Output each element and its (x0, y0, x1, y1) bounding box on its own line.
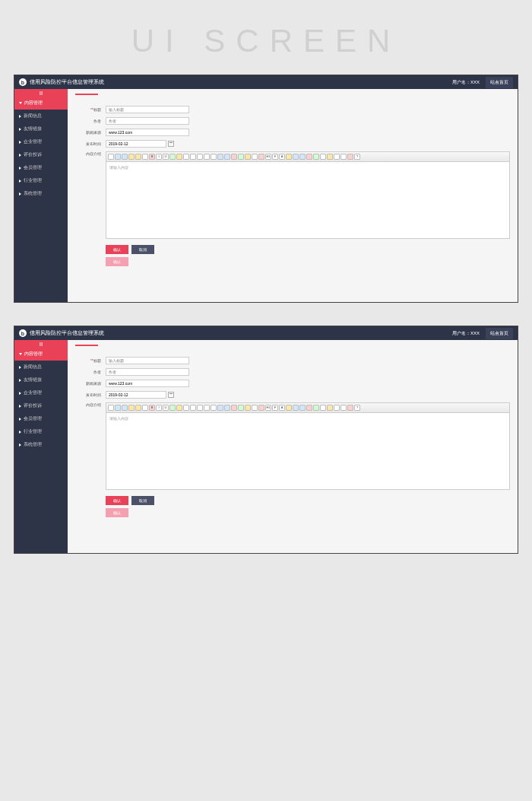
video-icon[interactable] (320, 405, 326, 411)
indent-icon[interactable] (217, 405, 223, 411)
sidebar-item-company[interactable]: 企业管理 (14, 386, 68, 399)
cut-icon[interactable] (128, 405, 135, 411)
author-input[interactable] (106, 117, 189, 125)
print-icon[interactable] (347, 405, 353, 411)
home-link[interactable]: 站点首页 (486, 77, 513, 88)
paste-icon[interactable] (142, 154, 148, 160)
quote-icon[interactable] (306, 154, 312, 160)
bg-icon[interactable] (176, 405, 182, 411)
calendar-icon[interactable] (168, 141, 174, 147)
undo-icon[interactable] (115, 154, 121, 160)
source-input[interactable] (106, 380, 189, 387)
outdent-icon[interactable] (224, 154, 230, 160)
anchor-icon[interactable] (340, 405, 347, 411)
bold-icon[interactable]: B (149, 405, 155, 411)
sidebar-item-content[interactable]: 内容管理 (14, 97, 68, 110)
table-icon[interactable] (252, 405, 258, 411)
sidebar-item-news[interactable]: 新闻信息 (14, 361, 68, 373)
redo-icon[interactable] (122, 405, 128, 411)
sidebar-item-member[interactable]: 会员管理 (14, 412, 68, 425)
sidebar-item-system[interactable]: 系统管理 (14, 438, 68, 451)
align-center-icon[interactable] (190, 154, 196, 160)
color-icon[interactable] (169, 154, 176, 160)
outdent-icon[interactable] (224, 405, 230, 411)
emoji-icon[interactable] (245, 405, 251, 411)
html-icon[interactable] (108, 405, 114, 411)
table-icon[interactable] (252, 154, 258, 160)
fullscreen-icon[interactable] (258, 405, 264, 411)
confirm-button[interactable]: 确认 (106, 245, 128, 254)
sidebar-item-review[interactable]: 评价投诉 (14, 399, 68, 412)
confirm-button-alt[interactable]: 确认 (106, 508, 128, 517)
underline-icon[interactable]: U (163, 154, 169, 160)
calendar-icon[interactable] (168, 392, 174, 398)
image-icon[interactable] (238, 405, 244, 411)
map-icon[interactable] (327, 405, 333, 411)
author-input[interactable] (106, 368, 189, 376)
copy-icon[interactable] (135, 405, 141, 411)
link-icon[interactable] (231, 405, 237, 411)
sidebar-item-industry[interactable]: 行业管理 (14, 174, 68, 187)
sidebar-item-content[interactable]: 内容管理 (14, 348, 68, 361)
color-icon[interactable] (169, 405, 176, 411)
map-icon[interactable] (327, 154, 333, 160)
sidebar-item-review[interactable]: 评价投诉 (14, 148, 68, 161)
size-icon[interactable]: A (279, 405, 285, 411)
date-icon[interactable] (334, 154, 340, 160)
italic-icon[interactable]: I (156, 405, 162, 411)
list-ol-icon[interactable] (204, 405, 210, 411)
italic-icon[interactable]: I (156, 154, 162, 160)
video-icon[interactable] (320, 154, 326, 160)
sidebar-item-news[interactable]: 新闻信息 (14, 110, 68, 122)
editor-body[interactable]: 请输入内容 (106, 162, 509, 238)
redo-icon[interactable] (122, 154, 128, 160)
fullscreen-icon[interactable] (258, 154, 264, 160)
align-right-icon[interactable] (197, 405, 203, 411)
paste-icon[interactable] (142, 405, 148, 411)
sup-icon[interactable] (299, 154, 306, 160)
sidebar-collapse-icon[interactable]: ||| (14, 89, 68, 97)
sidebar-collapse-icon[interactable]: ||| (14, 340, 68, 348)
align-right-icon[interactable] (197, 154, 203, 160)
quote-icon[interactable] (306, 405, 312, 411)
bg-icon[interactable] (176, 154, 182, 160)
align-center-icon[interactable] (190, 405, 196, 411)
h1-icon[interactable]: H1 (265, 154, 271, 160)
sup-icon[interactable] (299, 405, 306, 411)
html-icon[interactable] (108, 154, 114, 160)
sidebar-item-links[interactable]: 友情链接 (14, 122, 68, 135)
title-input[interactable] (106, 106, 189, 113)
source-input[interactable] (106, 129, 189, 136)
sidebar-item-industry[interactable]: 行业管理 (14, 425, 68, 438)
sub-icon[interactable] (293, 154, 299, 160)
underline-icon[interactable]: U (163, 405, 169, 411)
help-icon[interactable]: ? (354, 405, 360, 411)
list-ul-icon[interactable] (211, 405, 217, 411)
list-ol-icon[interactable] (204, 154, 210, 160)
h1-icon[interactable]: H1 (265, 405, 271, 411)
list-ul-icon[interactable] (211, 154, 217, 160)
sidebar-item-links[interactable]: 友情链接 (14, 373, 68, 386)
anchor-icon[interactable] (340, 154, 347, 160)
font-icon[interactable]: F (272, 154, 278, 160)
cancel-button[interactable]: 取消 (131, 245, 154, 254)
title-input[interactable] (106, 357, 189, 364)
cut-icon[interactable] (128, 154, 135, 160)
link-icon[interactable] (231, 154, 237, 160)
date-icon[interactable] (334, 405, 340, 411)
font-icon[interactable]: F (272, 405, 278, 411)
confirm-button[interactable]: 确认 (106, 496, 128, 505)
indent-icon[interactable] (217, 154, 223, 160)
print-icon[interactable] (347, 154, 353, 160)
cancel-button[interactable]: 取消 (131, 496, 154, 505)
emoji-icon[interactable] (245, 154, 251, 160)
home-link[interactable]: 站点首页 (486, 328, 513, 339)
sidebar-item-company[interactable]: 企业管理 (14, 135, 68, 148)
hr-icon[interactable] (286, 154, 292, 160)
align-left-icon[interactable] (183, 405, 189, 411)
sidebar-item-member[interactable]: 会员管理 (14, 161, 68, 174)
bold-icon[interactable]: B (149, 154, 155, 160)
align-left-icon[interactable] (183, 154, 189, 160)
help-icon[interactable]: ? (354, 154, 360, 160)
confirm-button-alt[interactable]: 确认 (106, 257, 128, 266)
